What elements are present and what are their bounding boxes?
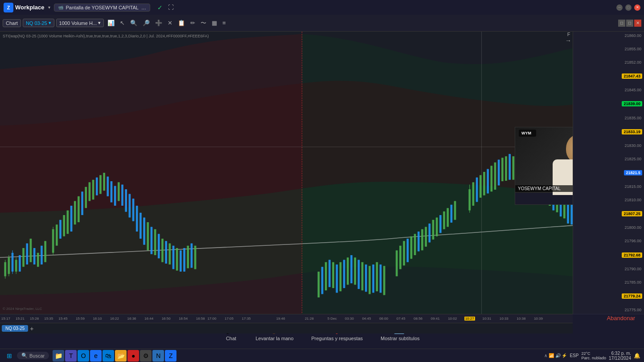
time-1650: 16:50 bbox=[162, 317, 171, 321]
svg-rect-71 bbox=[354, 257, 356, 285]
svg-rect-63 bbox=[325, 262, 327, 290]
camera-icon: 📹 bbox=[58, 5, 63, 10]
svg-rect-41 bbox=[125, 189, 127, 212]
svg-rect-101 bbox=[480, 175, 482, 198]
weather-display: 22°C Parc. nublado bbox=[581, 351, 606, 360]
svg-rect-93 bbox=[443, 212, 445, 229]
time-1658: 16:58 bbox=[196, 317, 205, 321]
properties-btn[interactable]: 📋 bbox=[176, 19, 187, 27]
svg-rect-102 bbox=[483, 172, 485, 195]
settings-icon[interactable]: ⚙ bbox=[140, 350, 152, 362]
svg-rect-92 bbox=[439, 215, 442, 233]
taskbar-search[interactable]: 🔍 Buscar bbox=[17, 352, 49, 359]
red-icon[interactable]: ● bbox=[127, 350, 139, 362]
price-21800: 21800.00 bbox=[573, 225, 644, 230]
chart-svg bbox=[0, 32, 573, 314]
svg-rect-14 bbox=[26, 244, 28, 265]
store-icon[interactable]: 🛍 bbox=[103, 350, 114, 362]
svg-rect-30 bbox=[85, 187, 87, 208]
zoom-in-btn[interactable]: 🔎 bbox=[141, 19, 152, 27]
svg-rect-54 bbox=[172, 246, 175, 269]
svg-rect-94 bbox=[447, 208, 449, 227]
minimize-button[interactable]: ─ bbox=[616, 4, 623, 11]
time-1705: 17:05 bbox=[225, 317, 234, 321]
system-clock: 6:32 p. m. 17/12/2024 bbox=[609, 351, 631, 361]
weather-temp: 22°C bbox=[581, 351, 606, 356]
add-btn[interactable]: ➕ bbox=[153, 19, 164, 27]
svg-rect-43 bbox=[132, 199, 135, 221]
svg-rect-56 bbox=[180, 250, 182, 272]
template-btn[interactable]: ▦ bbox=[210, 19, 219, 27]
svg-rect-42 bbox=[129, 194, 131, 218]
svg-rect-83 bbox=[406, 239, 409, 262]
time-1535: 15:35 bbox=[44, 317, 53, 321]
notifications-icon[interactable]: 🔔 bbox=[634, 353, 640, 359]
file-explorer-icon[interactable]: 📁 bbox=[53, 350, 64, 362]
close-button[interactable]: ✕ bbox=[634, 4, 640, 11]
draw-btn[interactable]: ✏ bbox=[189, 19, 197, 27]
time-0856: 08:56 bbox=[414, 317, 422, 321]
menu-btn[interactable]: ≡ bbox=[221, 19, 228, 27]
indicator-btn[interactable]: 〜 bbox=[199, 18, 208, 28]
svg-rect-57 bbox=[183, 248, 185, 272]
svg-rect-36 bbox=[107, 176, 109, 196]
chart-tab-bar: NQ 03-25 + bbox=[0, 323, 573, 334]
svg-rect-38 bbox=[114, 186, 116, 206]
chart-label[interactable]: Chart bbox=[3, 19, 21, 27]
meeting-tab[interactable]: 📹 Pantalla de YOSEWYM CAPITAL … bbox=[54, 4, 150, 12]
svg-rect-84 bbox=[410, 236, 413, 259]
volume-dropdown-icon: ▾ bbox=[98, 20, 101, 26]
symbol-selector[interactable]: NQ 03-25 ▾ bbox=[23, 19, 54, 27]
time-0745: 07:45 bbox=[396, 317, 405, 321]
volume-selector[interactable]: 1000 Volume H... ▾ bbox=[56, 19, 104, 27]
time-1031: 10:31 bbox=[482, 317, 491, 321]
outlook-icon[interactable]: O bbox=[78, 350, 89, 362]
teams-icon[interactable]: T bbox=[65, 350, 77, 362]
edge-icon[interactable]: e bbox=[90, 350, 102, 362]
maximize-button[interactable]: □ bbox=[625, 4, 632, 11]
svg-rect-70 bbox=[350, 255, 353, 283]
svg-rect-77 bbox=[376, 262, 378, 292]
search-icon: 🔍 bbox=[21, 353, 28, 358]
app-dropdown-arrow[interactable]: ▾ bbox=[48, 5, 50, 10]
svg-rect-73 bbox=[361, 262, 364, 290]
running-apps: 📁 T O e 🛍 📂 ● ⚙ N Z bbox=[53, 350, 176, 362]
svg-rect-53 bbox=[168, 244, 171, 265]
svg-rect-60 bbox=[194, 246, 197, 269]
corner-btn-1[interactable]: □ bbox=[618, 20, 625, 27]
corner-btn-2[interactable]: □ bbox=[626, 20, 633, 27]
svg-rect-26 bbox=[70, 206, 73, 232]
chart-area[interactable] bbox=[0, 32, 573, 314]
svg-rect-75 bbox=[369, 266, 371, 294]
price-21785: 21785.00 bbox=[573, 280, 644, 285]
trader-icon[interactable]: N bbox=[152, 350, 164, 362]
remove-btn[interactable]: ✕ bbox=[166, 19, 174, 27]
cursor-btn[interactable]: ↖ bbox=[118, 19, 127, 27]
nq-tab[interactable]: NQ 03-25 bbox=[2, 325, 28, 332]
svg-rect-13 bbox=[22, 248, 25, 267]
svg-rect-72 bbox=[358, 260, 360, 289]
corner-btn-close[interactable]: ✕ bbox=[634, 20, 641, 27]
svg-rect-90 bbox=[432, 220, 435, 240]
price-21779-highlight: 21779.24 bbox=[622, 293, 642, 299]
zoom-icon: Z bbox=[4, 3, 13, 12]
svg-rect-29 bbox=[81, 191, 83, 215]
time-1622: 16:22 bbox=[110, 317, 119, 321]
magnify-btn[interactable]: 🔍 bbox=[128, 19, 139, 27]
svg-rect-12 bbox=[19, 255, 21, 272]
add-tab-button[interactable]: + bbox=[30, 325, 33, 332]
price-21821-highlight: 21821.5 bbox=[624, 170, 642, 175]
clock-time: 6:32 p. m. bbox=[609, 351, 631, 356]
svg-rect-74 bbox=[365, 264, 367, 292]
svg-rect-46 bbox=[143, 217, 145, 244]
bar-chart-btn[interactable]: 📊 bbox=[106, 19, 116, 27]
files-icon[interactable]: 📂 bbox=[115, 350, 127, 362]
svg-rect-44 bbox=[136, 206, 138, 232]
expand-icon[interactable]: ⛶ bbox=[168, 4, 174, 11]
svg-rect-78 bbox=[380, 264, 382, 293]
svg-rect-79 bbox=[383, 266, 386, 295]
svg-rect-24 bbox=[63, 215, 65, 236]
start-button[interactable]: ⊞ bbox=[4, 350, 15, 362]
qa-label: Preguntas y respuestas bbox=[312, 336, 363, 341]
zoom-taskbar-icon[interactable]: Z bbox=[165, 350, 176, 362]
